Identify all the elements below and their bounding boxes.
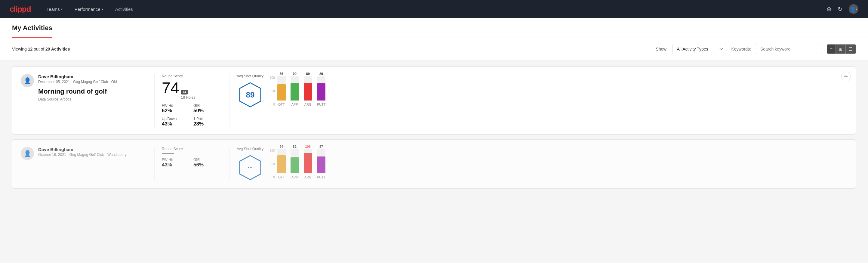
app-bar-fill: [290, 83, 299, 100]
round-score-row: 74 +4 18 Holes: [162, 80, 222, 100]
bars-container: 85 OTT 90 APP: [277, 76, 326, 106]
fw-hit-value: 62%: [162, 108, 190, 114]
arg-value-2: 106: [305, 145, 311, 148]
app-value: 90: [293, 72, 297, 76]
bar-arg: 89 ARG: [304, 72, 312, 106]
score-big: 74: [162, 80, 179, 96]
arg-bar-wrap: [304, 77, 312, 100]
quality-section: Avg Shot Quality 89: [237, 74, 264, 108]
activity-card-2: 👤 Dave Billingham October 16, 2021 - Gog…: [12, 139, 856, 189]
y-label-100-2: 100: [270, 149, 275, 152]
fw-hit-label-2: FW Hit: [162, 158, 190, 162]
performance-label: Performance: [74, 7, 100, 12]
updown-label: Up/Down: [162, 117, 190, 121]
card-divider-2: [229, 74, 229, 127]
fw-hit-value-2: 43%: [162, 162, 190, 168]
card-user-info: Dave Billingham December 05, 2021 - Gog …: [38, 74, 117, 101]
bar-putt-2: 87 PUTT: [317, 145, 326, 179]
fw-hit-label: FW Hit: [162, 104, 190, 108]
y-label-100: 100: [270, 76, 275, 80]
app-label: APP: [291, 103, 298, 106]
fw-hit-stat: FW Hit 62%: [162, 104, 190, 114]
activity-type-select[interactable]: All Activity Types: [672, 44, 726, 54]
score-placeholder: [162, 153, 174, 154]
putt-bar-wrap: [317, 77, 326, 100]
card-left-2: 👤 Dave Billingham October 16, 2021 - Gog…: [21, 147, 147, 160]
ott-value: 85: [280, 72, 283, 76]
card-divider-4: [229, 147, 229, 181]
y-axis-labels: 100 50 0: [270, 76, 275, 106]
updown-stat: Up/Down 43%: [162, 117, 190, 127]
arg-bar-wrap-2: [304, 149, 312, 173]
stats-grid: FW Hit 62% GIR 50% Up/Down 43% 1 Putt 28…: [162, 104, 222, 127]
nav-teams[interactable]: Teams ▾: [45, 4, 64, 14]
activities-label: Activities: [115, 7, 133, 12]
ott-bar-fill: [277, 84, 286, 100]
teams-chevron: ▾: [61, 7, 63, 11]
bar-arg-2: 106 ARG: [304, 145, 312, 179]
one-putt-stat: 1 Putt 28%: [193, 117, 222, 127]
score-holes: 18 Holes: [181, 95, 195, 99]
add-icon[interactable]: ⊕: [827, 5, 832, 12]
bar-ott-2: 94 OTT: [277, 145, 286, 179]
y-label-50: 50: [272, 90, 275, 93]
app-bar-wrap: [290, 77, 299, 100]
view-dense-list-button[interactable]: ≡: [827, 45, 836, 54]
card-divider-1: [154, 74, 155, 127]
view-list-button[interactable]: ☰: [846, 45, 856, 54]
card-divider-3: [154, 147, 155, 181]
page-title: My Activities: [12, 24, 52, 38]
avatar-person-icon: 👤: [24, 77, 31, 84]
teams-label: Teams: [46, 7, 60, 12]
bars-container-2: 94 OTT 82 APP: [277, 149, 326, 179]
putt-bar-fill-2: [317, 156, 326, 173]
y-label-0: 0: [273, 103, 275, 106]
avatar-icon: 👤: [850, 6, 856, 12]
card-user-name: Dave Billingham: [38, 74, 117, 79]
updown-value: 43%: [162, 121, 190, 127]
card-user-name-2: Dave Billingham: [38, 147, 127, 152]
putt-bar-wrap-2: [317, 149, 326, 173]
performance-chevron: ▾: [102, 7, 103, 11]
refresh-icon[interactable]: ↻: [838, 5, 843, 12]
avatar-person-icon-2: 👤: [24, 150, 31, 157]
toolbar-right: Show: All Activity Types Keywords: ≡ ⊞ ☰: [656, 44, 856, 54]
putt-value: 89: [319, 72, 323, 76]
card-user-info-2: Dave Billingham October 16, 2021 - Gog M…: [38, 147, 127, 157]
page-header: My Activities: [0, 18, 868, 38]
viewing-suffix: Activities: [50, 47, 70, 52]
y-axis-labels-2: 100 50 0: [270, 149, 275, 179]
ott-bar-fill-2: [277, 155, 286, 173]
app-bar-fill-2: [290, 157, 299, 173]
user-avatar[interactable]: 👤 ▾: [849, 4, 858, 14]
one-putt-label: 1 Putt: [193, 117, 222, 121]
gir-label: GIR: [193, 104, 222, 108]
bar-chart: 100 50 0 85 OTT: [270, 76, 339, 106]
app-logo: clippd: [10, 4, 31, 14]
arg-value: 89: [306, 72, 310, 76]
search-input[interactable]: [756, 44, 822, 54]
chart-area-2: 100 50 0 94 OTT 82: [270, 149, 339, 179]
bar-ott: 85 OTT: [277, 72, 286, 106]
nav-activities[interactable]: Activities: [114, 4, 134, 14]
app-value-2: 82: [293, 145, 297, 148]
ott-bar-wrap: [277, 77, 286, 100]
card-meta-2: October 16, 2021 - Gog Magog Golf Club -…: [38, 152, 127, 157]
view-grid-button[interactable]: ⊞: [836, 45, 846, 54]
hex-score-2: ···: [248, 164, 253, 171]
app-bar-wrap-2: [290, 149, 299, 173]
y-label-0-2: 0: [273, 176, 275, 179]
arg-bar-fill: [304, 83, 312, 100]
viewing-count: 12: [28, 47, 33, 52]
chart-area: 100 50 0 85 OTT: [270, 76, 339, 106]
card-stats: Round Score 74 +4 18 Holes FW Hit 62% GI…: [162, 74, 222, 127]
activity-card: 👤 Dave Billingham December 05, 2021 - Go…: [12, 66, 856, 135]
viewing-prefix: Viewing: [12, 47, 28, 52]
card-stats-2: Round Score FW Hit 43% GIR 56%: [162, 147, 222, 168]
fw-hit-stat-2: FW Hit 43%: [162, 158, 190, 168]
one-putt-value: 28%: [193, 121, 222, 127]
nav-performance[interactable]: Performance ▾: [73, 4, 104, 14]
edit-button[interactable]: ✏: [841, 71, 851, 81]
y-label-50-2: 50: [272, 163, 275, 166]
round-score-label-2: Round Score: [162, 147, 222, 151]
